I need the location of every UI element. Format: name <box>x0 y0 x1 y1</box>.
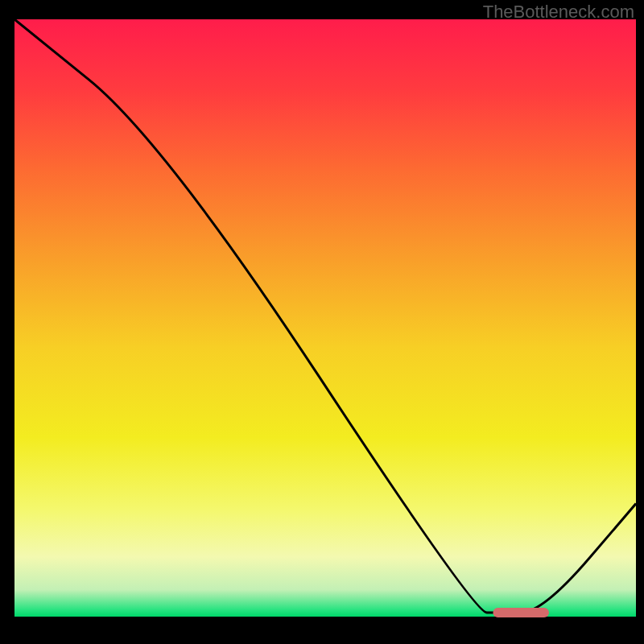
watermark-label: TheBottleneck.com <box>483 2 634 23</box>
gradient-background <box>14 19 636 617</box>
optimum-marker <box>493 608 548 617</box>
chart-container <box>14 19 636 625</box>
chart-svg <box>14 19 636 625</box>
